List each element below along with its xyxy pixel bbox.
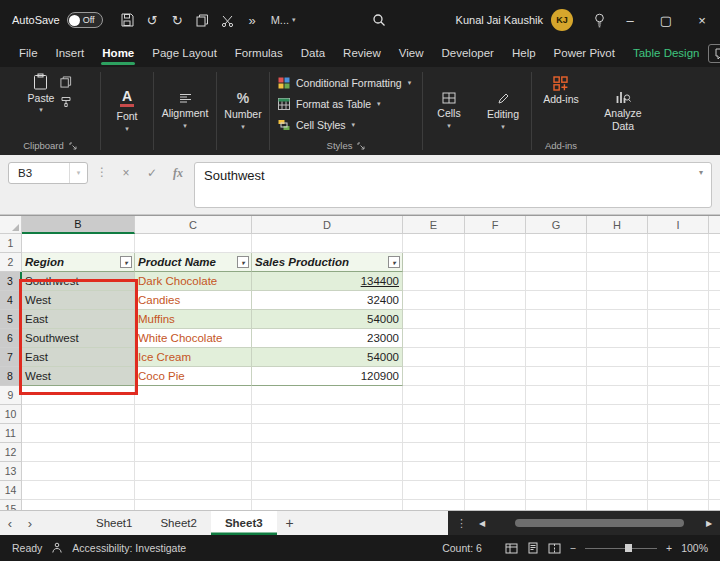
chevron-down-icon[interactable]: ▾ <box>69 163 87 183</box>
row-header-4[interactable]: 4 <box>0 291 22 310</box>
autosave-toggle[interactable]: Off <box>67 12 103 28</box>
cell-E11[interactable] <box>403 424 465 443</box>
cell-extra-15[interactable] <box>709 500 720 510</box>
cell-C15[interactable] <box>135 500 252 510</box>
cell-D15[interactable] <box>252 500 403 510</box>
ribbon-tab-table-design[interactable]: Table Design <box>624 41 708 66</box>
zoom-slider[interactable] <box>585 542 657 554</box>
select-all-corner[interactable] <box>0 216 22 234</box>
cut-icon[interactable] <box>215 7 240 33</box>
cell-D10[interactable] <box>252 405 403 424</box>
cell-F10[interactable] <box>465 405 526 424</box>
cell-D7[interactable]: 54000 <box>252 348 403 367</box>
cell-G7[interactable] <box>526 348 587 367</box>
cell-B13[interactable] <box>22 462 135 481</box>
ribbon-tab-data[interactable]: Data <box>292 41 334 66</box>
cell-H3[interactable] <box>587 272 648 291</box>
cell-E4[interactable] <box>403 291 465 310</box>
accessibility-icon[interactable] <box>51 542 63 554</box>
cell-B7[interactable]: East <box>22 348 135 367</box>
row-header-15[interactable]: 15 <box>0 500 22 510</box>
cell-G10[interactable] <box>526 405 587 424</box>
column-header-C[interactable]: C <box>135 216 252 234</box>
cell-styles-button[interactable]: Cell Styles ▾ <box>278 116 411 134</box>
ribbon-tab-page-layout[interactable]: Page Layout <box>143 41 226 66</box>
zoom-out-button[interactable]: − <box>570 542 576 554</box>
cell-E5[interactable] <box>403 310 465 329</box>
column-header-I[interactable]: I <box>648 216 709 234</box>
row-header-12[interactable]: 12 <box>0 443 22 462</box>
cell-H14[interactable] <box>587 481 648 500</box>
cell-H9[interactable] <box>587 386 648 405</box>
user-name[interactable]: Kunal Jai Kaushik <box>456 14 543 26</box>
cell-H12[interactable] <box>587 443 648 462</box>
styles-dialog-launcher-icon[interactable] <box>357 142 365 150</box>
column-header-G[interactable]: G <box>526 216 587 234</box>
cell-extra-8[interactable] <box>709 367 720 386</box>
paste-button[interactable]: Paste ▾ <box>28 73 55 114</box>
spreadsheet-grid[interactable]: BCDEFGHI12Region▾Product Name▾Sales Prod… <box>0 215 720 510</box>
cell-extra-9[interactable] <box>709 386 720 405</box>
cell-E13[interactable] <box>403 462 465 481</box>
ribbon-tab-review[interactable]: Review <box>334 41 390 66</box>
cell-D5[interactable]: 54000 <box>252 310 403 329</box>
cell-H15[interactable] <box>587 500 648 510</box>
cell-I8[interactable] <box>648 367 709 386</box>
customize-toolbar-dropdown[interactable]: M... ▾ <box>265 14 302 26</box>
cell-B1[interactable] <box>22 234 135 253</box>
cell-extra-6[interactable] <box>709 329 720 348</box>
cell-B3[interactable]: Southwest <box>22 272 135 291</box>
row-header-8[interactable]: 8 <box>0 367 22 386</box>
filter-dropdown-icon[interactable]: ▾ <box>388 256 400 268</box>
row-header-5[interactable]: 5 <box>0 310 22 329</box>
cell-I3[interactable] <box>648 272 709 291</box>
cell-G12[interactable] <box>526 443 587 462</box>
editing-group-button[interactable]: Editing ▾ <box>475 67 531 155</box>
cell-D14[interactable] <box>252 481 403 500</box>
cancel-entry-icon[interactable]: × <box>116 162 136 184</box>
ribbon-tab-power-pivot[interactable]: Power Pivot <box>545 41 624 66</box>
column-header-B[interactable]: B <box>22 216 135 234</box>
cell-extra-14[interactable] <box>709 481 720 500</box>
cell-H5[interactable] <box>587 310 648 329</box>
cell-G14[interactable] <box>526 481 587 500</box>
analyze-data-button[interactable]: Analyze Data <box>590 67 656 155</box>
cell-G15[interactable] <box>526 500 587 510</box>
cell-extra-13[interactable] <box>709 462 720 481</box>
ribbon-tab-insert[interactable]: Insert <box>47 41 94 66</box>
row-header-13[interactable]: 13 <box>0 462 22 481</box>
filter-dropdown-icon[interactable]: ▾ <box>237 256 249 268</box>
redo-icon[interactable]: ↻ <box>165 7 190 33</box>
column-header-D[interactable]: D <box>252 216 403 234</box>
maximize-button[interactable]: ▢ <box>648 0 684 40</box>
cell-B15[interactable] <box>22 500 135 510</box>
cell-F2[interactable] <box>465 253 526 272</box>
cell-E9[interactable] <box>403 386 465 405</box>
cell-I11[interactable] <box>648 424 709 443</box>
cell-C11[interactable] <box>135 424 252 443</box>
column-header-H[interactable]: H <box>587 216 648 234</box>
cell-E8[interactable] <box>403 367 465 386</box>
cell-F6[interactable] <box>465 329 526 348</box>
cell-E14[interactable] <box>403 481 465 500</box>
cell-F12[interactable] <box>465 443 526 462</box>
cell-C2[interactable]: Product Name▾ <box>135 253 252 272</box>
font-group-button[interactable]: A Font ▾ <box>101 67 153 155</box>
cell-F11[interactable] <box>465 424 526 443</box>
copy-icon[interactable] <box>190 7 215 33</box>
cell-H2[interactable] <box>587 253 648 272</box>
cell-F3[interactable] <box>465 272 526 291</box>
cell-F1[interactable] <box>465 234 526 253</box>
cell-D1[interactable] <box>252 234 403 253</box>
filter-dropdown-icon[interactable]: ▾ <box>120 256 132 268</box>
more-commands-icon[interactable]: » <box>240 7 265 33</box>
cell-G4[interactable] <box>526 291 587 310</box>
cell-F5[interactable] <box>465 310 526 329</box>
cell-H7[interactable] <box>587 348 648 367</box>
cell-F14[interactable] <box>465 481 526 500</box>
cell-I6[interactable] <box>648 329 709 348</box>
cell-E3[interactable] <box>403 272 465 291</box>
cell-extra-5[interactable] <box>709 310 720 329</box>
cell-G9[interactable] <box>526 386 587 405</box>
cell-G1[interactable] <box>526 234 587 253</box>
